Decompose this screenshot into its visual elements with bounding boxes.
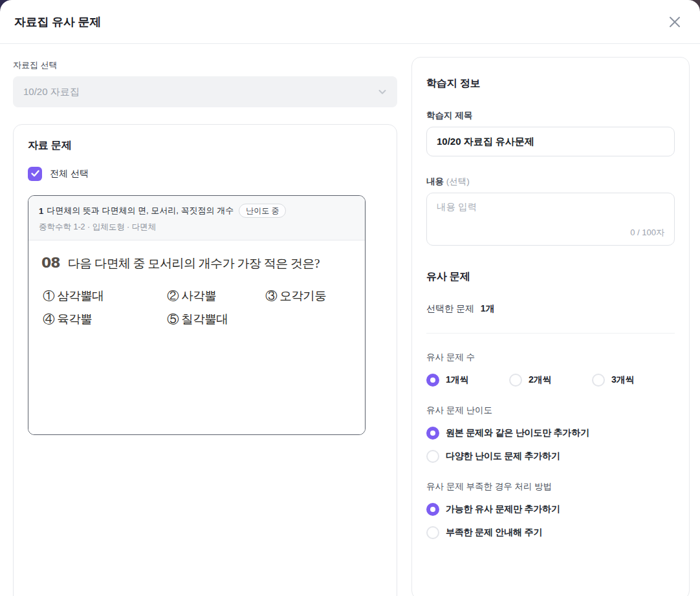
worksheet-name-input[interactable] [426,127,675,156]
worksheet-desc-label: 내용 (선택) [426,176,675,187]
left-column: 자료집 선택 10/20 자료집 자료 문제 전체 선택 [13,59,397,596]
divider [426,333,675,334]
modal-header: 자료집 유사 문제 [0,0,700,44]
choice-2: ② 사각뿔 [167,288,265,304]
char-counter: 0 / 100자 [630,227,664,239]
radio-option-varied-difficulty[interactable]: 다양한 난이도 문제 추가하기 [426,450,675,463]
modal-title: 자료집 유사 문제 [14,14,101,30]
answer-choices: ① 삼각뿔대 ② 사각뿔 ③ 오각기둥 ④ 육각뿔 ⑤ 칠각뿔대 [36,288,357,327]
radio-option-3ea[interactable]: 3개씩 [592,374,675,387]
choice-4: ④ 육각뿔 [43,311,167,327]
problem-content: 08 다음 다면체 중 모서리의 개수가 가장 적은 것은? ① 삼각뿔대 ② … [28,240,365,434]
checkmark-icon [31,168,39,180]
radio-icon[interactable] [426,450,439,463]
radio-option-2ea[interactable]: 2개씩 [509,374,592,387]
radio-icon[interactable] [592,374,605,387]
question-text: 다음 다면체 중 모서리의 개수가 가장 적은 것은? [68,255,320,272]
problem-breadcrumb: 중학수학 1-2 · 입체도형 · 다면체 [39,222,355,233]
select-all-row[interactable]: 전체 선택 [28,167,382,181]
source-select-dropdown[interactable]: 10/20 자료집 [13,76,397,107]
optional-hint: (선택) [446,176,470,186]
radio-icon[interactable] [426,427,439,440]
fallback-group-label: 유사 문제 부족한 경우 처리 방법 [426,481,675,493]
chevron-down-icon [378,87,387,96]
question-number: 08 [41,255,60,271]
radio-icon[interactable] [509,374,522,387]
fallback-radio-group: 가능한 유사 문제만 추가하기 부족한 문제 안내해 주기 [426,503,675,539]
difficulty-group-label: 유사 문제 난이도 [426,405,675,416]
choice-3: ③ 오각기둥 [265,288,357,304]
radio-icon[interactable] [426,526,439,539]
choice-1: ① 삼각뿔대 [43,288,167,304]
radio-option-same-difficulty[interactable]: 원본 문제와 같은 난이도만 추가하기 [426,427,675,440]
right-column: 학습지 정보 학습지 제목 내용 (선택) 0 / 100자 유사 문제 선택한… [411,57,690,596]
select-all-label: 전체 선택 [50,168,89,180]
selected-problems-row: 선택한 문제 1개 [426,303,675,315]
source-problems-title: 자료 문제 [28,139,382,153]
worksheet-desc-box: 0 / 100자 [426,193,675,246]
problem-card-header: 1 다면체의 뜻과 다면체의 면, 모서리, 꼭짓점의 개수 난이도 중 중학수… [28,196,365,240]
difficulty-badge: 난이도 중 [239,204,286,218]
count-radio-group: 1개씩 2개씩 3개씩 [426,374,675,387]
source-select-value: 10/20 자료집 [23,86,80,98]
radio-option-only-available[interactable]: 가능한 유사 문제만 추가하기 [426,503,675,516]
radio-icon[interactable] [426,503,439,516]
worksheet-desc-textarea[interactable] [427,193,674,227]
source-select-label: 자료집 선택 [13,59,397,71]
source-problems-panel: 자료 문제 전체 선택 1 다면체의 뜻과 다면체의 면, 모서리, 꼭짓점의 … [13,124,397,596]
close-icon [668,15,682,29]
modal-content: 자료집 선택 10/20 자료집 자료 문제 전체 선택 [0,44,700,596]
count-group-label: 유사 문제 수 [426,352,675,363]
selected-problems-count: 1개 [481,303,495,314]
difficulty-radio-group: 원본 문제와 같은 난이도만 추가하기 다양한 난이도 문제 추가하기 [426,427,675,463]
similar-problems-title: 유사 문제 [426,270,675,284]
problem-title: 다면체의 뜻과 다면체의 면, 모서리, 꼭짓점의 개수 [47,205,234,217]
worksheet-info-title: 학습지 정보 [426,77,675,90]
radio-option-notify-missing[interactable]: 부족한 문제 안내해 주기 [426,526,675,539]
choice-5: ⑤ 칠각뿔대 [167,311,265,327]
close-button[interactable] [665,12,684,32]
selected-problems-label: 선택한 문제 [426,303,474,314]
worksheet-info-card: 학습지 정보 학습지 제목 내용 (선택) 0 / 100자 유사 문제 선택한… [411,57,690,596]
select-all-checkbox[interactable] [28,167,42,181]
problem-card[interactable]: 1 다면체의 뜻과 다면체의 면, 모서리, 꼭짓점의 개수 난이도 중 중학수… [28,195,366,435]
problem-index: 1 [39,206,43,216]
radio-option-1ea[interactable]: 1개씩 [426,374,509,387]
radio-icon[interactable] [426,374,439,387]
similar-problems-modal: 자료집 유사 문제 자료집 선택 10/20 자료집 자료 문제 [0,0,700,596]
worksheet-name-label: 학습지 제목 [426,110,675,122]
